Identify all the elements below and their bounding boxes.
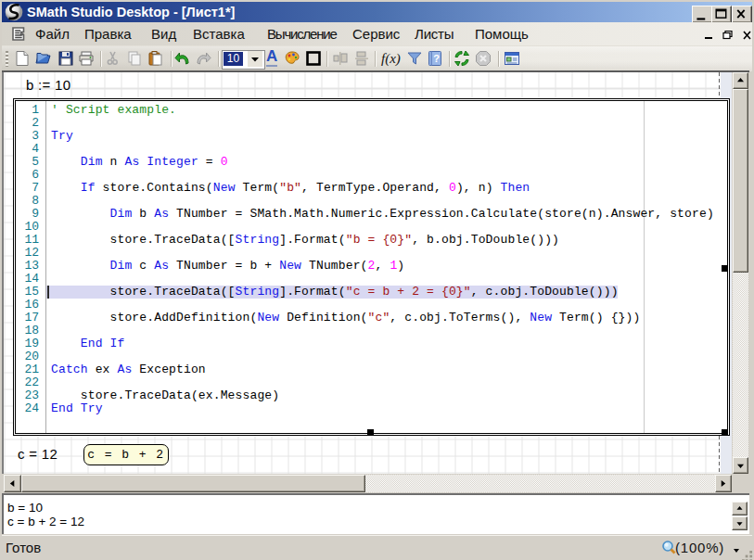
- svg-text:?: ?: [433, 53, 440, 64]
